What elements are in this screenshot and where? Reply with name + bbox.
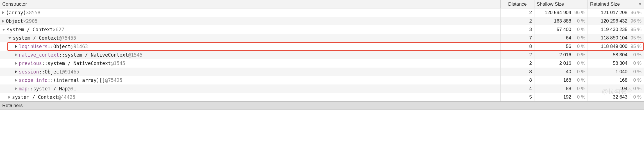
table-row[interactable]: map :: system / Map @914880 %1040 % bbox=[0, 84, 644, 93]
object-id: @91 bbox=[68, 86, 76, 92]
heap-snapshot-table: Constructor Distance Shallow Size Retain… bbox=[0, 0, 644, 110]
property-name: loginUsers bbox=[19, 44, 47, 49]
property-name: previous bbox=[19, 61, 42, 66]
retained-size-cell: 120 296 43296 % bbox=[588, 17, 644, 25]
shallow-size-cell: 2 0160 % bbox=[534, 51, 588, 59]
property-name: map bbox=[19, 86, 28, 92]
table-row[interactable]: scope_info :: (internal array)[] @754258… bbox=[0, 76, 644, 84]
constructor-cell[interactable]: system / Context @44425 bbox=[0, 93, 501, 101]
distance-cell: 2 bbox=[501, 17, 534, 25]
distance-cell: 4 bbox=[501, 84, 534, 93]
header-retained-size[interactable]: Retained Size ▼ bbox=[588, 0, 644, 8]
class-name: Object bbox=[53, 44, 71, 49]
object-id: @1545 bbox=[128, 52, 142, 58]
constructor-cell[interactable]: native_context :: system / NativeContext… bbox=[0, 51, 501, 59]
table-row[interactable]: system / Context ×627357 4000 %119 430 2… bbox=[0, 25, 644, 34]
separator: :: bbox=[39, 69, 45, 75]
table-row[interactable]: (array) ×85582120 594 90496 %121 017 208… bbox=[0, 8, 644, 17]
separator: :: bbox=[42, 61, 47, 66]
disclosure-triangle-icon[interactable] bbox=[2, 20, 4, 23]
constructor-cell[interactable]: Object ×2905 bbox=[0, 17, 501, 25]
object-id: @44425 bbox=[58, 94, 75, 100]
header-distance[interactable]: Distance bbox=[501, 0, 534, 8]
distance-cell: 8 bbox=[501, 68, 534, 76]
property-name: session bbox=[19, 69, 39, 75]
shallow-size-cell: 163 8880 % bbox=[534, 17, 588, 25]
table-row[interactable]: system / Context @4442551920 %32 6430 % bbox=[0, 93, 644, 101]
class-name: system / Map bbox=[33, 86, 68, 92]
class-name: system / NativeContext bbox=[47, 61, 111, 66]
distance-cell: 2 bbox=[501, 51, 534, 59]
table-row[interactable]: previous :: system / NativeContext @1545… bbox=[0, 59, 644, 68]
constructor-cell[interactable]: loginUsers :: Object @91463 bbox=[0, 42, 501, 51]
header-constructor[interactable]: Constructor bbox=[0, 0, 501, 8]
shallow-size-cell: 400 % bbox=[534, 68, 588, 76]
retained-size-cell: 32 6430 % bbox=[588, 93, 644, 101]
separator: :: bbox=[59, 52, 65, 58]
object-id: @75425 bbox=[105, 77, 122, 83]
separator: :: bbox=[47, 77, 53, 83]
constructor-cell[interactable]: map :: system / Map @91 bbox=[0, 84, 501, 93]
disclosure-triangle-icon[interactable] bbox=[8, 37, 11, 39]
table-row[interactable]: loginUsers :: Object @914638560 %118 849… bbox=[0, 42, 644, 51]
property-name: native_context bbox=[19, 52, 59, 58]
distance-cell: 2 bbox=[501, 8, 534, 17]
constructor-name: system / Context bbox=[12, 94, 58, 100]
disclosure-triangle-icon[interactable] bbox=[15, 45, 17, 48]
retained-size-cell: 1040 % bbox=[588, 84, 644, 93]
disclosure-triangle-icon[interactable] bbox=[2, 29, 5, 31]
table-row[interactable]: session :: Object @914658400 %1 0400 % bbox=[0, 68, 644, 76]
instance-count: ×8558 bbox=[26, 10, 40, 15]
disclosure-triangle-icon[interactable] bbox=[15, 79, 17, 82]
retained-size-cell: 121 017 20896 % bbox=[588, 8, 644, 17]
separator: :: bbox=[47, 44, 53, 49]
class-name: system / NativeContext bbox=[65, 52, 128, 58]
shallow-size-cell: 57 4000 % bbox=[534, 25, 588, 34]
constructor-name: system / Context bbox=[13, 35, 59, 41]
disclosure-triangle-icon[interactable] bbox=[8, 96, 10, 99]
shallow-size-cell: 1920 % bbox=[534, 93, 588, 101]
disclosure-triangle-icon[interactable] bbox=[15, 62, 17, 65]
instance-count: ×2905 bbox=[23, 18, 37, 24]
retained-size-cell: 119 430 23595 % bbox=[588, 25, 644, 34]
retained-size-cell: 1680 % bbox=[588, 76, 644, 84]
disclosure-triangle-icon[interactable] bbox=[2, 11, 4, 14]
property-name: scope_info bbox=[19, 77, 47, 83]
distance-cell: 2 bbox=[501, 59, 534, 68]
constructor-name: (array) bbox=[6, 10, 26, 15]
retained-size-cell: 58 3040 % bbox=[588, 59, 644, 68]
constructor-name: system / Context bbox=[7, 27, 53, 32]
object-id: @75455 bbox=[59, 35, 76, 41]
instance-count: ×627 bbox=[53, 27, 64, 32]
retained-size-cell: 118 849 00095 % bbox=[588, 42, 644, 51]
constructor-cell[interactable]: system / Context @75455 bbox=[0, 34, 501, 42]
constructor-cell[interactable]: session :: Object @91465 bbox=[0, 68, 501, 76]
retained-size-cell: 118 850 10495 % bbox=[588, 34, 644, 42]
shallow-size-cell: 1680 % bbox=[534, 76, 588, 84]
object-id: @91463 bbox=[71, 44, 88, 49]
sort-descending-icon: ▼ bbox=[638, 2, 642, 6]
distance-cell: 8 bbox=[501, 42, 534, 51]
constructor-cell[interactable]: (array) ×8558 bbox=[0, 8, 501, 17]
disclosure-triangle-icon[interactable] bbox=[15, 54, 17, 56]
shallow-size-cell: 640 % bbox=[534, 34, 588, 42]
table-row[interactable]: native_context :: system / NativeContext… bbox=[0, 51, 644, 59]
retainers-panel-header[interactable]: Retainers bbox=[0, 101, 644, 110]
disclosure-triangle-icon[interactable] bbox=[15, 70, 17, 73]
shallow-size-cell: 560 % bbox=[534, 42, 588, 51]
constructor-cell[interactable]: previous :: system / NativeContext @1545 bbox=[0, 59, 501, 68]
table-row[interactable]: Object ×29052163 8880 %120 296 43296 % bbox=[0, 17, 644, 25]
object-id: @91465 bbox=[62, 69, 79, 75]
shallow-size-cell: 2 0160 % bbox=[534, 59, 588, 68]
distance-cell: 5 bbox=[501, 93, 534, 101]
constructor-cell[interactable]: system / Context ×627 bbox=[0, 25, 501, 34]
shallow-size-cell: 120 594 90496 % bbox=[534, 8, 588, 17]
constructor-name: Object bbox=[6, 18, 23, 24]
table-row[interactable]: system / Context @754557640 %118 850 104… bbox=[0, 34, 644, 42]
retained-size-cell: 58 3040 % bbox=[588, 51, 644, 59]
disclosure-triangle-icon[interactable] bbox=[15, 87, 17, 90]
header-shallow-size[interactable]: Shallow Size bbox=[534, 0, 588, 8]
constructor-cell[interactable]: scope_info :: (internal array)[] @75425 bbox=[0, 76, 501, 84]
table-header-row: Constructor Distance Shallow Size Retain… bbox=[0, 0, 644, 8]
class-name: Object bbox=[45, 69, 62, 75]
